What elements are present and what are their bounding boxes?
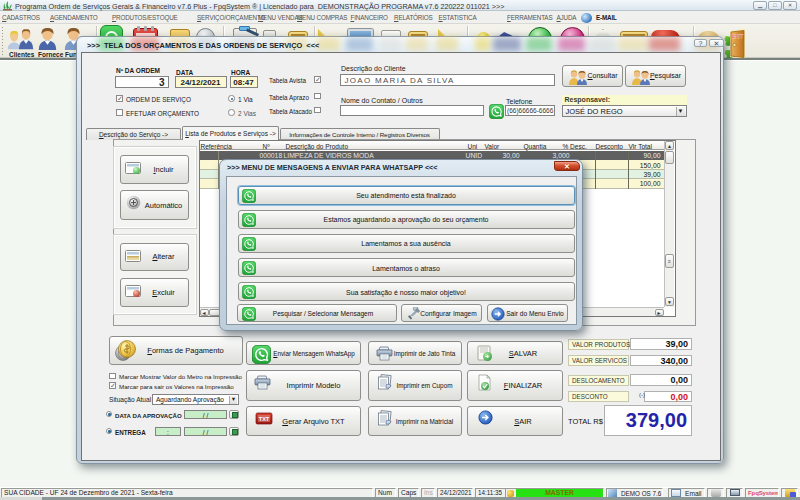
svg-text:TXT: TXT	[259, 416, 270, 422]
svg-text:EXIT: EXIT	[732, 33, 743, 39]
